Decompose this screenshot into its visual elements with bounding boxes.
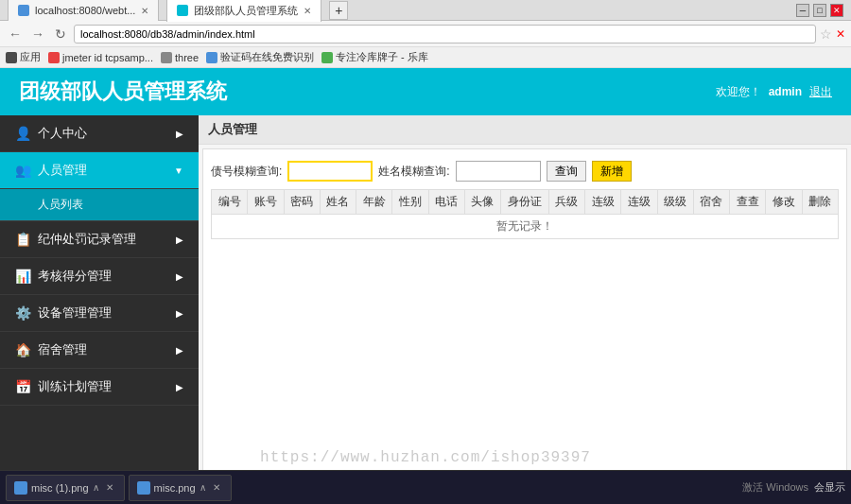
col-edit: 修改 — [766, 190, 802, 215]
col-rank4: 级级 — [657, 190, 693, 215]
header-welcome: 欢迎您！ — [716, 84, 761, 100]
title-bar-left: localhost:8080/webt... ✕ 团级部队人员管理系统 ✕ + — [8, 0, 348, 22]
taskbar-item-2[interactable]: misc.png ∧ ✕ — [129, 475, 232, 501]
breadcrumb: 人员管理 — [208, 122, 257, 136]
col-rank3: 连级 — [621, 190, 657, 215]
col-gender: 性别 — [392, 190, 428, 215]
bookmark-special[interactable]: 专注冷库牌子 - 乐库 — [321, 50, 428, 64]
no-record-row: 暂无记录！ — [212, 215, 839, 239]
sidebar-item-assessment[interactable]: 📊 考核得分管理 ▶ — [0, 258, 199, 295]
minimize-button[interactable]: ─ — [796, 4, 809, 17]
logout-button[interactable]: 退出 — [809, 84, 832, 100]
sidebar-item-discipline[interactable]: 📋 纪仲处罚记录管理 ▶ — [0, 221, 199, 258]
sidebar-item-personal-inner: 👤 个人中心 — [15, 125, 87, 142]
no-record-text: 暂无记录！ — [212, 215, 839, 239]
title-bar: localhost:8080/webt... ✕ 团级部队人员管理系统 ✕ + … — [0, 0, 851, 21]
taskbar-item-1[interactable]: misc (1).png ∧ ✕ — [6, 475, 125, 501]
personnel-icon: 👥 — [15, 163, 30, 178]
bookmark-verify-label: 验证码在线免费识别 — [220, 50, 314, 64]
activate-windows-text: 激活 Windows — [742, 480, 808, 495]
main-content: 人员管理 债号模糊查询: 姓名模糊查询: 查询 新增 — [199, 115, 851, 483]
app-body: 👤 个人中心 ▶ 👥 人员管理 ▼ 人员列表 — [0, 115, 851, 483]
sidebar-item-personal[interactable]: 👤 个人中心 ▶ — [0, 115, 199, 152]
special-icon — [321, 52, 333, 63]
maximize-button[interactable]: □ — [813, 4, 826, 17]
sidebar-item-assessment-inner: 📊 考核得分管理 — [15, 268, 112, 285]
col-view: 查查 — [730, 190, 766, 215]
bookmark-jmeter[interactable]: jmeter id tcpsamp... — [48, 52, 153, 63]
bookmark-three[interactable]: three — [161, 52, 199, 63]
taskbar-item-2-close[interactable]: ✕ — [210, 481, 223, 495]
tab-1-close[interactable]: ✕ — [141, 6, 148, 16]
col-dorm: 宿舍 — [693, 190, 729, 215]
query-button[interactable]: 查询 — [547, 161, 586, 182]
forward-button[interactable]: → — [28, 25, 47, 43]
close-button[interactable]: ✕ — [830, 4, 843, 17]
sidebar-item-dorm[interactable]: 🏠 宿舍管理 ▶ — [0, 332, 199, 369]
sidebar-item-discipline-inner: 📋 纪仲处罚记录管理 — [15, 231, 136, 248]
address-bar[interactable] — [74, 25, 816, 43]
taskbar-item-2-chevron: ∧ — [200, 482, 206, 493]
discipline-icon: 📋 — [15, 232, 30, 247]
back-button[interactable]: ← — [6, 25, 25, 43]
sidebar-item-equipment[interactable]: ⚙️ 设备管理管理 ▶ — [0, 295, 199, 332]
tab-1-favicon — [18, 5, 29, 16]
bookmark-apps[interactable]: 应用 — [6, 50, 41, 64]
sidebar-item-training-inner: 📅 训练计划管理 — [15, 378, 112, 395]
col-rank1: 兵级 — [548, 190, 584, 215]
personal-icon: 👤 — [15, 126, 30, 141]
sidebar-label-discipline: 纪仲处罚记录管理 — [38, 231, 136, 248]
bookmark-apps-label: 应用 — [20, 50, 41, 64]
taskbar-right: 激活 Windows 会显示 — [742, 480, 845, 495]
tab-1[interactable]: localhost:8080/webt... ✕ — [8, 0, 159, 22]
refresh-button[interactable]: ↻ — [51, 25, 70, 43]
content-body: 债号模糊查询: 姓名模糊查询: 查询 新增 编号 账号 — [202, 148, 847, 479]
tab-2[interactable]: 团级部队人员管理系统 ✕ — [166, 0, 321, 22]
apps-icon — [6, 52, 17, 63]
training-arrow: ▶ — [176, 382, 183, 392]
search-bar: 债号模糊查询: 姓名模糊查询: 查询 新增 — [211, 157, 839, 189]
sidebar-item-dorm-inner: 🏠 宿舍管理 — [15, 341, 87, 358]
search-input-2[interactable] — [456, 161, 541, 182]
sidebar-sub-item-personnel-list[interactable]: 人员列表 — [0, 189, 199, 221]
app-header: 团级部队人员管理系统 欢迎您！ admin 退出 — [0, 68, 851, 115]
bookmark-special-label: 专注冷库牌子 - 乐库 — [336, 50, 428, 64]
sidebar-label-assessment: 考核得分管理 — [38, 268, 112, 285]
search-input-1[interactable] — [287, 161, 373, 182]
sidebar-label-equipment: 设备管理管理 — [38, 304, 112, 322]
taskbar-item-1-close[interactable]: ✕ — [103, 481, 116, 495]
search-label-1: 债号模糊查询: — [211, 164, 282, 180]
sidebar-item-training[interactable]: 📅 训练计划管理 ▶ — [0, 369, 199, 406]
sidebar-label-dorm: 宿舍管理 — [38, 341, 87, 358]
app-title: 团级部队人员管理系统 — [19, 78, 227, 106]
dorm-icon: 🏠 — [15, 342, 30, 357]
window-controls: ─ □ ✕ — [796, 4, 843, 17]
star-icon[interactable]: ☆ — [820, 26, 832, 42]
browser-window: localhost:8080/webt... ✕ 团级部队人员管理系统 ✕ + … — [0, 0, 851, 504]
taskbar-left: misc (1).png ∧ ✕ misc.png ∧ ✕ — [6, 475, 232, 501]
equipment-icon: ⚙️ — [15, 305, 30, 321]
new-tab-button[interactable]: + — [329, 1, 348, 20]
tab-2-close[interactable]: ✕ — [304, 6, 311, 16]
col-name: 姓名 — [320, 190, 356, 215]
search-label-2: 姓名模糊查询: — [378, 164, 449, 180]
bookmarks-bar: 应用 jmeter id tcpsamp... three 验证码在线免费识别 … — [0, 47, 851, 68]
sidebar-label-personal: 个人中心 — [38, 125, 87, 142]
assessment-icon: 📊 — [15, 269, 30, 284]
discipline-arrow: ▶ — [176, 235, 183, 245]
bookmark-verify[interactable]: 验证码在线免费识别 — [206, 50, 314, 64]
content-header: 人员管理 — [199, 115, 851, 145]
header-username: admin — [769, 85, 802, 98]
tab-2-label: 团级部队人员管理系统 — [194, 4, 298, 18]
taskbar-item-1-label: misc (1).png — [31, 482, 89, 494]
stop-icon: ✕ — [836, 27, 845, 41]
jmeter-icon — [48, 52, 60, 63]
taskbar: misc (1).png ∧ ✕ misc.png ∧ ✕ 激活 Windows… — [0, 470, 851, 504]
taskbar-item-1-icon — [14, 481, 27, 495]
sidebar-item-personnel[interactable]: 👥 人员管理 ▼ — [0, 152, 199, 189]
add-button[interactable]: 新增 — [592, 161, 632, 182]
col-delete: 删除 — [802, 190, 838, 215]
sidebar-label-training: 训练计划管理 — [38, 378, 112, 395]
sidebar-item-personnel-inner: 👥 人员管理 — [15, 162, 87, 179]
col-age: 年龄 — [356, 190, 392, 215]
